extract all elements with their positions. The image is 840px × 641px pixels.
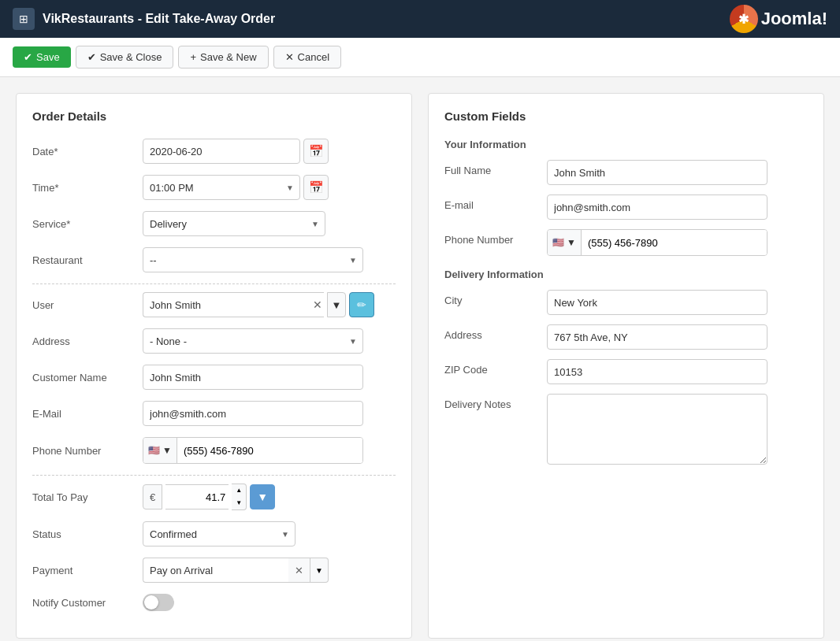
divider-2 bbox=[32, 475, 396, 476]
cf-notes-label: Delivery Notes bbox=[444, 394, 539, 410]
date-input-group: 📅 bbox=[143, 139, 329, 164]
total-amount-input[interactable] bbox=[165, 484, 229, 509]
app-icon: ⊞ bbox=[13, 8, 35, 30]
cf-phone-label: Phone Number bbox=[444, 229, 539, 246]
user-dropdown-button[interactable]: ▼ bbox=[327, 292, 346, 317]
cf-email-group: E-mail bbox=[444, 195, 808, 220]
address-group: Address - None - ▼ bbox=[32, 328, 396, 354]
order-details-panel: Order Details Date* 📅 Time* 01:00 PM ▼ bbox=[16, 93, 412, 639]
cf-phone-input[interactable] bbox=[582, 230, 767, 255]
date-input[interactable] bbox=[143, 139, 300, 164]
time-input-group: 01:00 PM ▼ 📅 bbox=[143, 175, 329, 200]
cancel-label: Cancel bbox=[298, 51, 329, 63]
cf-full-name-label: Full Name bbox=[444, 160, 539, 176]
total-group: Total To Pay € ▲ ▼ ▼ bbox=[32, 484, 396, 510]
email-label: E-Mail bbox=[32, 408, 135, 420]
flag-arrow-icon: ▼ bbox=[162, 445, 172, 456]
joomla-icon: ✱ bbox=[730, 5, 758, 33]
cancel-button[interactable]: ✕ Cancel bbox=[273, 46, 341, 69]
customer-name-input[interactable] bbox=[143, 365, 363, 390]
payment-input[interactable] bbox=[143, 558, 288, 583]
cf-email-label: E-mail bbox=[444, 195, 539, 211]
date-group: Date* 📅 bbox=[32, 139, 396, 164]
cf-flag-arrow-icon: ▼ bbox=[567, 237, 576, 248]
cf-zip-group: ZIP Code bbox=[444, 359, 808, 384]
payment-group: Payment ✕ ▼ bbox=[32, 558, 396, 583]
phone-flag-button[interactable]: 🇺🇸 ▼ bbox=[143, 438, 177, 463]
save-close-button[interactable]: ✔ Save & Close bbox=[76, 46, 174, 69]
user-group: User ✕ ▼ ✏ bbox=[32, 292, 396, 317]
cf-city-group: City bbox=[444, 290, 808, 315]
customer-name-label: Customer Name bbox=[32, 372, 135, 383]
cf-address-input[interactable] bbox=[547, 324, 768, 350]
cf-email-input[interactable] bbox=[547, 195, 768, 220]
time-select[interactable]: 01:00 PM bbox=[143, 175, 300, 200]
payment-dropdown-button[interactable]: ▼ bbox=[310, 558, 329, 583]
amount-down-button[interactable]: ▼ bbox=[232, 497, 246, 509]
cf-full-name-input[interactable] bbox=[547, 160, 768, 185]
restaurant-select[interactable]: -- bbox=[143, 247, 363, 272]
notify-toggle[interactable] bbox=[143, 594, 174, 611]
cf-notes-group: Delivery Notes bbox=[444, 394, 808, 465]
save-icon: ✔ bbox=[24, 51, 32, 63]
topbar-left: ⊞ VikRestaurants - Edit Take-Away Order bbox=[13, 8, 275, 30]
status-label: Status bbox=[32, 528, 135, 540]
address-label: Address bbox=[32, 335, 135, 347]
user-edit-button[interactable]: ✏ bbox=[349, 292, 374, 317]
phone-field: 🇺🇸 ▼ bbox=[143, 437, 363, 464]
notify-label: Notify Customer bbox=[32, 597, 135, 609]
save-close-label: Save & Close bbox=[100, 51, 162, 63]
total-dropdown-icon: ▼ bbox=[257, 491, 268, 503]
divider-1 bbox=[32, 283, 396, 284]
status-select[interactable]: Confirmed bbox=[143, 521, 295, 547]
amount-spinner: ▲ ▼ bbox=[232, 484, 247, 510]
cf-full-name-group: Full Name bbox=[444, 160, 808, 185]
plus-icon: + bbox=[190, 51, 196, 63]
user-input[interactable] bbox=[143, 292, 324, 317]
save-button[interactable]: ✔ Save bbox=[13, 46, 71, 68]
notify-group: Notify Customer bbox=[32, 594, 396, 611]
restaurant-group: Restaurant -- ▼ bbox=[32, 247, 396, 272]
cf-phone-flag-button[interactable]: 🇺🇸 ▼ bbox=[548, 230, 582, 255]
user-arrow-icon: ▼ bbox=[332, 299, 342, 311]
toolbar: ✔ Save ✔ Save & Close + Save & New ✕ Can… bbox=[0, 38, 840, 77]
service-label: Service* bbox=[32, 218, 135, 230]
user-label: User bbox=[32, 299, 135, 311]
time-select-wrapper: 01:00 PM ▼ bbox=[143, 175, 300, 200]
payment-label: Payment bbox=[32, 565, 135, 576]
topbar: ⊞ VikRestaurants - Edit Take-Away Order … bbox=[0, 0, 840, 38]
save-new-button[interactable]: + Save & New bbox=[178, 46, 268, 69]
time-group: Time* 01:00 PM ▼ 📅 bbox=[32, 175, 396, 200]
time-calendar-button[interactable]: 📅 bbox=[303, 175, 329, 200]
cf-city-input[interactable] bbox=[547, 290, 768, 315]
cf-zip-input[interactable] bbox=[547, 359, 768, 384]
cf-phone-field: 🇺🇸 ▼ bbox=[547, 229, 768, 256]
us-flag-icon: 🇺🇸 bbox=[148, 445, 160, 456]
total-label: Total To Pay bbox=[32, 491, 135, 503]
calendar-button[interactable]: 📅 bbox=[303, 139, 329, 164]
x-icon: ✕ bbox=[285, 51, 294, 63]
save-label: Save bbox=[36, 51, 60, 63]
total-field-group: € ▲ ▼ ▼ bbox=[143, 484, 275, 510]
cf-phone-group: Phone Number 🇺🇸 ▼ bbox=[444, 229, 808, 256]
main-content: Order Details Date* 📅 Time* 01:00 PM ▼ bbox=[0, 77, 840, 641]
service-select[interactable]: Delivery bbox=[143, 211, 325, 236]
time-label: Time* bbox=[32, 182, 135, 194]
custom-fields-title: Custom Fields bbox=[444, 109, 808, 123]
email-input[interactable] bbox=[143, 401, 363, 426]
customer-name-group: Customer Name bbox=[32, 365, 396, 390]
cf-notes-textarea[interactable] bbox=[547, 394, 768, 465]
cf-us-flag-icon: 🇺🇸 bbox=[552, 237, 564, 248]
payment-clear-icon: ✕ bbox=[295, 565, 303, 576]
user-clear-button[interactable]: ✕ bbox=[313, 299, 322, 310]
restaurant-label: Restaurant bbox=[32, 254, 135, 266]
payment-arrow-icon: ▼ bbox=[315, 566, 323, 575]
address-select[interactable]: - None - bbox=[143, 328, 363, 354]
status-select-wrapper: Confirmed ▼ bbox=[143, 521, 295, 547]
amount-up-button[interactable]: ▲ bbox=[232, 484, 246, 497]
phone-input[interactable] bbox=[177, 438, 362, 463]
total-dropdown-button[interactable]: ▼ bbox=[250, 484, 275, 509]
delivery-info-label: Delivery Information bbox=[444, 269, 808, 280]
joomla-text: Joomla! bbox=[761, 9, 827, 29]
payment-clear-button[interactable]: ✕ bbox=[288, 558, 310, 583]
